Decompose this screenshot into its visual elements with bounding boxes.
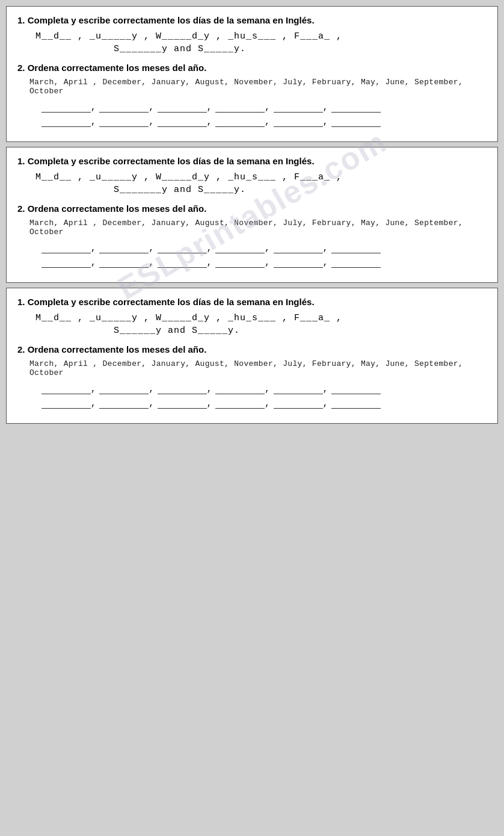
comma-separator: ,	[207, 258, 212, 267]
answer-cell: ,	[215, 383, 271, 394]
answer-row-1-2: , , , , ,	[41, 116, 487, 127]
answer-blank[interactable]	[215, 116, 265, 127]
answer-blank[interactable]	[99, 383, 149, 394]
answer-cell: ,	[99, 102, 155, 113]
answer-blank[interactable]	[158, 102, 207, 113]
comma-separator: ,	[323, 102, 328, 112]
answer-cell: ,	[41, 102, 97, 113]
answer-blank[interactable]	[99, 257, 149, 268]
answer-blank[interactable]	[274, 243, 323, 253]
answer-cell: ,	[99, 383, 155, 394]
answer-blank[interactable]	[331, 257, 381, 268]
worksheet-card-2: ESLprintables.com1. Completa y escribe c…	[6, 147, 498, 283]
answer-blank[interactable]	[158, 116, 207, 127]
answer-blank[interactable]	[274, 398, 323, 409]
comma-separator: ,	[207, 243, 212, 253]
answer-blank[interactable]	[215, 243, 265, 253]
section1-title-2: 1. Completa y escribe correctamente los …	[17, 156, 487, 166]
comma-separator: ,	[323, 117, 328, 126]
comma-separator: ,	[265, 243, 269, 253]
comma-separator: ,	[323, 398, 328, 408]
answer-blank[interactable]	[274, 257, 323, 268]
answer-blank[interactable]	[158, 398, 207, 409]
answer-cell: ,	[274, 383, 329, 394]
days-line1-3: M__d__ , _u_____y , W_____d_y , _hu_s___…	[35, 313, 487, 323]
answer-cell: ,	[99, 243, 155, 253]
answer-blank[interactable]	[41, 102, 91, 113]
section2-title-3: 2. Ordena correctamente los meses del añ…	[17, 344, 487, 355]
answer-blank[interactable]	[99, 398, 149, 409]
answer-row-3-2: , , , , ,	[41, 398, 487, 409]
answer-blank[interactable]	[331, 243, 381, 253]
days-line1-1: M__d__ , _u_____y , W_____d_y , _hu_s___…	[35, 31, 487, 42]
section1-title-1: 1. Completa y escribe correctamente los …	[17, 15, 487, 25]
answer-blank[interactable]	[331, 398, 381, 409]
answer-blank[interactable]	[41, 398, 91, 409]
answer-cell: ,	[41, 398, 97, 409]
answer-cell: ,	[158, 102, 213, 113]
worksheet-card-1: 1. Completa y escribe correctamente los …	[6, 6, 498, 142]
answer-blank[interactable]	[41, 383, 91, 394]
answer-blank[interactable]	[215, 398, 265, 409]
answer-row-1-1: , , , , ,	[41, 102, 487, 113]
answer-cell: ,	[274, 116, 329, 127]
answer-row-2-2: , , , , ,	[41, 257, 487, 268]
comma-separator: ,	[91, 243, 96, 253]
answer-blank[interactable]	[215, 257, 265, 268]
answer-blank[interactable]	[41, 257, 91, 268]
comma-separator: ,	[149, 117, 153, 126]
comma-separator: ,	[323, 384, 328, 394]
comma-separator: ,	[265, 398, 269, 408]
answer-blank[interactable]	[158, 243, 207, 253]
comma-separator: ,	[207, 384, 212, 394]
answer-cell: ,	[215, 398, 271, 409]
comma-separator: ,	[149, 384, 153, 394]
section1-title-3: 1. Completa y escribe correctamente los …	[17, 297, 487, 307]
answer-blank[interactable]	[331, 116, 381, 127]
answer-cell: ,	[274, 102, 329, 113]
comma-separator: ,	[207, 398, 212, 408]
answer-cell: ,	[158, 243, 213, 253]
comma-separator: ,	[149, 243, 153, 253]
answer-cell: ,	[274, 257, 329, 268]
answer-cell: ,	[215, 243, 271, 253]
comma-separator: ,	[207, 117, 212, 126]
answer-cell	[331, 257, 381, 268]
answer-blank[interactable]	[99, 102, 149, 113]
answer-cell: ,	[41, 243, 97, 253]
answer-blank[interactable]	[99, 243, 149, 253]
answer-blank[interactable]	[99, 116, 149, 127]
days-line2-1: S_______y and S_____y.	[114, 44, 487, 54]
answer-blank[interactable]	[41, 116, 91, 127]
worksheet-card-3: 1. Completa y escribe correctamente los …	[6, 288, 498, 424]
answer-cell	[331, 383, 381, 394]
answer-blank[interactable]	[274, 102, 323, 113]
answer-blank[interactable]	[331, 383, 381, 394]
answer-cell: ,	[41, 383, 97, 394]
watermark: ESLprintables.com	[111, 123, 392, 306]
comma-separator: ,	[91, 398, 96, 408]
section2-title-1: 2. Ordena correctamente los meses del añ…	[17, 63, 487, 73]
months-list-2: March, April , December, January, August…	[29, 218, 487, 237]
answer-blank[interactable]	[274, 383, 323, 394]
answer-blank[interactable]	[215, 102, 265, 113]
answer-cell	[331, 398, 381, 409]
answer-blank[interactable]	[274, 116, 323, 127]
comma-separator: ,	[323, 258, 328, 267]
comma-separator: ,	[265, 258, 269, 267]
answer-blank[interactable]	[331, 102, 381, 113]
answer-blank[interactable]	[215, 383, 265, 394]
comma-separator: ,	[265, 384, 269, 394]
comma-separator: ,	[265, 117, 269, 126]
days-line1-2: M__d__ , _u_____y , W_____d_y , _hu_s___…	[35, 172, 487, 182]
answer-cell: ,	[158, 398, 213, 409]
answer-blank[interactable]	[158, 257, 207, 268]
comma-separator: ,	[207, 102, 212, 112]
answer-cell: ,	[274, 243, 329, 253]
answer-blank[interactable]	[41, 243, 91, 253]
answer-cell: ,	[99, 398, 155, 409]
answer-blank[interactable]	[158, 383, 207, 394]
answer-cell	[331, 243, 381, 253]
comma-separator: ,	[91, 102, 96, 112]
comma-separator: ,	[265, 102, 269, 112]
